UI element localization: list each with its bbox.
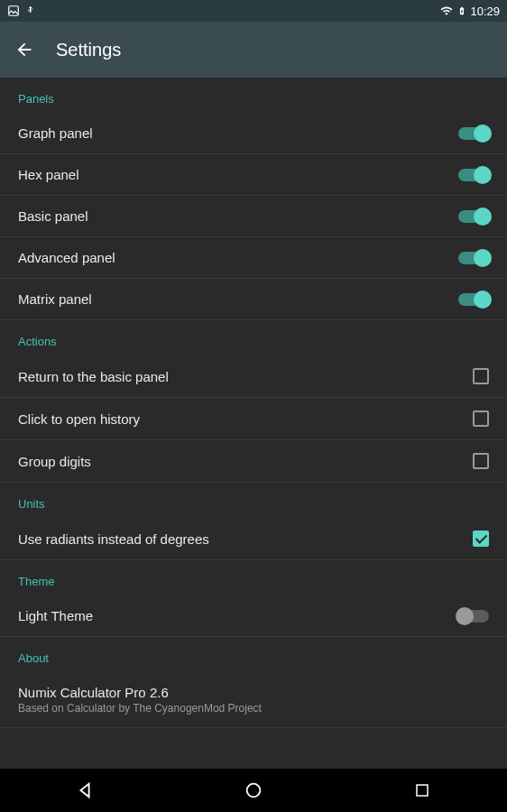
row-group-digits[interactable]: Group digits (0, 440, 507, 483)
row-light-theme[interactable]: Light Theme (0, 595, 507, 637)
checkbox-open-history[interactable] (473, 411, 489, 427)
status-bar: 10:29 (0, 0, 507, 22)
page-title: Settings (56, 40, 121, 60)
row-label: Advanced panel (18, 250, 458, 265)
row-label: Matrix panel (18, 291, 458, 307)
row-about[interactable]: Numix Calculator Pro 2.6 Based on Calcul… (0, 672, 507, 728)
row-return-basic[interactable]: Return to the basic panel (0, 355, 507, 398)
section-units-header: Units (0, 483, 507, 518)
row-label: Hex panel (18, 167, 458, 182)
section-theme-header: Theme (0, 560, 507, 595)
row-radiants[interactable]: Use radiants instead of degrees (0, 518, 507, 560)
row-label: Light Theme (18, 608, 458, 623)
row-label: Return to the basic panel (18, 369, 473, 384)
switch-hex-panel[interactable] (458, 169, 489, 181)
wifi-icon (439, 5, 454, 17)
section-actions-header: Actions (0, 320, 507, 355)
image-icon (7, 5, 20, 17)
row-label: Use radiants instead of degrees (18, 531, 473, 547)
svg-rect-2 (417, 785, 428, 796)
row-open-history[interactable]: Click to open history (0, 398, 507, 440)
switch-graph-panel[interactable] (458, 127, 489, 140)
svg-rect-0 (9, 6, 19, 16)
row-matrix-panel[interactable]: Matrix panel (0, 279, 507, 320)
checkbox-group-digits[interactable] (473, 453, 489, 469)
switch-advanced-panel[interactable] (458, 252, 489, 264)
settings-content: Panels Graph panel Hex panel Basic panel… (0, 78, 507, 728)
row-label: Basic panel (18, 208, 458, 224)
battery-icon (457, 4, 466, 18)
switch-matrix-panel[interactable] (458, 293, 489, 306)
about-subtitle: Based on Calculator by The CyanogenMod P… (18, 702, 489, 715)
row-label: Graph panel (18, 125, 458, 141)
usb-icon (25, 5, 36, 17)
app-bar: Settings (0, 22, 507, 78)
svg-point-1 (247, 784, 261, 798)
status-time: 10:29 (470, 5, 500, 18)
switch-light-theme[interactable] (458, 610, 489, 623)
nav-back-button[interactable] (74, 780, 96, 801)
navigation-bar (0, 769, 507, 812)
checkbox-radiants[interactable] (473, 531, 489, 547)
checkbox-return-basic[interactable] (473, 368, 489, 384)
section-panels-header: Panels (0, 78, 507, 113)
row-label: Click to open history (18, 411, 473, 427)
row-hex-panel[interactable]: Hex panel (0, 154, 507, 196)
row-advanced-panel[interactable]: Advanced panel (0, 237, 507, 279)
row-label: Group digits (18, 454, 473, 469)
nav-home-button[interactable] (243, 780, 264, 801)
about-title: Numix Calculator Pro 2.6 (18, 685, 489, 700)
switch-basic-panel[interactable] (458, 210, 489, 223)
section-about-header: About (0, 637, 507, 672)
nav-recent-button[interactable] (411, 780, 433, 801)
row-basic-panel[interactable]: Basic panel (0, 196, 507, 237)
back-icon[interactable] (14, 40, 34, 60)
row-graph-panel[interactable]: Graph panel (0, 113, 507, 154)
